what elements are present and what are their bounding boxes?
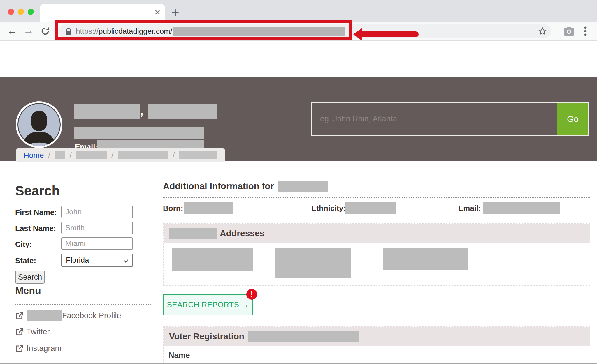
new-tab-button[interactable]: + <box>171 5 179 20</box>
facebook-link-label: Facebook Profile <box>62 311 121 320</box>
facebook-profile-link[interactable]: Facebook Profile <box>15 310 121 321</box>
city-label: City: <box>15 240 32 249</box>
name-comma: , <box>140 104 143 118</box>
external-link-icon <box>15 344 24 353</box>
url-bar[interactable]: https://publicdatadigger.com/ <box>59 24 551 38</box>
redacted-name <box>169 228 217 239</box>
annotation-arrow-icon <box>353 28 362 41</box>
chevron-down-icon <box>123 256 128 265</box>
breadcrumb-separator: / <box>69 151 71 160</box>
reload-icon[interactable] <box>40 26 50 37</box>
url-text: https://publicdatadigger.com/ <box>76 27 172 36</box>
browser-window: × + ← → https://publicdatadigger.com/ <box>0 0 597 364</box>
redacted-link-prefix <box>27 310 62 321</box>
window-minimize-button[interactable] <box>18 9 24 15</box>
voter-registration-panel: Voter Registration <box>163 326 590 363</box>
additional-info-heading: Additional Information for <box>163 181 274 192</box>
tab-close-icon[interactable]: × <box>154 6 160 18</box>
annotation-arrow-shaft <box>361 31 419 37</box>
redacted-breadcrumb-item <box>118 151 168 159</box>
section-divider <box>163 197 590 198</box>
sidebar-menu-heading: Menu <box>15 285 41 296</box>
redacted-detail <box>74 127 204 139</box>
redacted-name <box>248 331 359 342</box>
breadcrumb-home-link[interactable]: Home <box>24 151 44 160</box>
state-select-value: Florida <box>66 256 89 265</box>
hero-search-input[interactable] <box>312 103 557 135</box>
camera-icon[interactable] <box>564 27 574 37</box>
tab-strip: × + <box>0 0 597 22</box>
breadcrumb-separator: / <box>111 151 113 160</box>
redacted-breadcrumb-item <box>76 151 107 159</box>
redacted-last-name <box>148 104 217 119</box>
first-name-label: First Name: <box>15 208 57 217</box>
redacted-born-value <box>184 202 233 214</box>
redacted-url-path <box>173 27 345 36</box>
redacted-address <box>275 248 351 278</box>
external-link-icon <box>15 312 24 320</box>
ethnicity-label: Ethnicity: <box>311 204 346 213</box>
avatar <box>16 101 62 148</box>
redacted-name <box>278 181 328 192</box>
breadcrumb-separator: / <box>173 151 175 160</box>
window-zoom-button[interactable] <box>28 9 34 15</box>
addresses-panel: Addresses <box>163 223 590 286</box>
profile-hero: , Email: Go Home / / / / <box>0 77 597 161</box>
instagram-link[interactable]: Instagram <box>15 344 62 353</box>
email-label: Email: <box>458 204 481 213</box>
first-name-field[interactable] <box>61 206 133 218</box>
breadcrumb-separator: / <box>48 151 50 160</box>
window-close-button[interactable] <box>8 9 14 15</box>
url-domain: publicdatadigger.com/ <box>99 27 172 36</box>
breadcrumb: Home / / / / <box>16 148 225 162</box>
state-select[interactable]: Florida <box>61 254 133 267</box>
alert-badge: ! <box>246 289 257 300</box>
redacted-address <box>383 248 468 270</box>
last-name-label: Last Name: <box>15 224 56 233</box>
browser-menu-icon[interactable] <box>584 26 587 37</box>
go-button[interactable]: Go <box>557 103 588 135</box>
twitter-link-label: Twitter <box>27 327 50 336</box>
hero-search-box: Go <box>311 102 589 136</box>
additional-info-heading-row: Additional Information for <box>163 181 328 192</box>
sidebar-divider <box>15 304 151 305</box>
bookmark-star-icon[interactable] <box>538 27 547 37</box>
state-label: State: <box>15 256 36 265</box>
redacted-email-value <box>483 202 560 214</box>
back-icon[interactable]: ← <box>7 24 17 37</box>
browser-tab[interactable]: × <box>40 4 165 22</box>
born-label: Born: <box>163 204 183 213</box>
redacted-breadcrumb-item <box>55 151 65 159</box>
voter-name-label: Name <box>168 351 190 360</box>
instagram-link-label: Instagram <box>27 344 62 353</box>
twitter-link[interactable]: Twitter <box>15 327 50 336</box>
redacted-breadcrumb-item <box>179 151 218 159</box>
addresses-heading: Addresses <box>220 228 264 238</box>
external-link-icon <box>15 328 24 336</box>
search-reports-button[interactable]: SEARCH REPORTS → <box>163 294 253 315</box>
lock-icon <box>65 27 72 36</box>
last-name-field[interactable] <box>61 222 133 234</box>
redacted-address <box>172 248 253 271</box>
browser-toolbar: ← → https://publicdatadigger.com/ <box>0 22 597 41</box>
url-scheme: https:// <box>76 27 99 36</box>
forward-icon[interactable]: → <box>23 24 34 37</box>
city-field[interactable] <box>61 237 133 250</box>
redacted-first-name <box>74 104 140 119</box>
redacted-ethnicity-value <box>345 202 396 214</box>
voter-registration-header: Voter Registration <box>164 327 590 346</box>
addresses-panel-header: Addresses <box>164 224 590 243</box>
site-header: Public Data Digger Home Ask A Question S… <box>0 41 597 77</box>
sidebar-search-heading: Search <box>15 183 60 199</box>
sidebar-search-button[interactable]: Search <box>15 271 45 284</box>
voter-registration-heading: Voter Registration <box>169 331 244 341</box>
